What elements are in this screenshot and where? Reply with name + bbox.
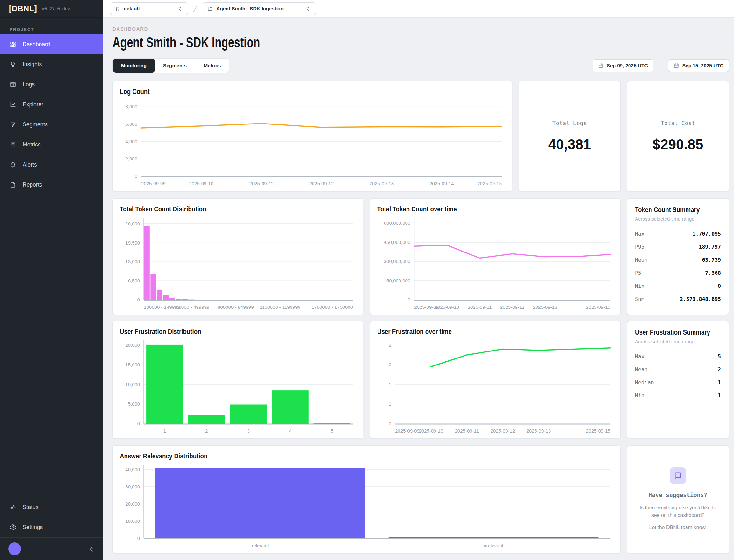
- summary-row-value: 7,368: [705, 270, 721, 276]
- svg-text:20,000: 20,000: [125, 501, 140, 506]
- end-date-picker[interactable]: Sep 15, 2025 UTC: [668, 59, 729, 72]
- summary-title: User Frustration Summary: [635, 328, 708, 337]
- svg-text:450000 - 499999: 450000 - 499999: [173, 304, 209, 310]
- row-answer-relevancy: Answer Relevancy Distribution 010,00020,…: [112, 445, 729, 553]
- svg-text:2025-09-12: 2025-09-12: [490, 428, 515, 434]
- dashboard-content: DASHBOARD Agent Smith - SDK Ingestion Mo…: [103, 18, 734, 560]
- sidebar-footer-nav: StatusSettings: [0, 497, 103, 537]
- gear-icon: [10, 524, 16, 531]
- sidebar-item-explorer[interactable]: Explorer: [0, 95, 103, 115]
- token-over-time-chart[interactable]: 0150,000,000300,000,000450,000,000600,00…: [377, 215, 614, 311]
- svg-text:10,000: 10,000: [125, 381, 140, 387]
- token-distribution-chart[interactable]: 06,50013,00019,50026,000100000 - 1499994…: [120, 215, 356, 311]
- tab-segments[interactable]: Segments: [155, 59, 195, 73]
- summary-subtitle: Across selected time range: [635, 216, 721, 222]
- dbnl-logo: [DBNL]: [9, 4, 37, 13]
- summary-row-label: Median: [635, 379, 654, 386]
- suggestion-line2: Let the DBNL team know.: [649, 524, 707, 531]
- lightbulb-icon: [10, 61, 16, 68]
- stat-label: Total Cost: [661, 120, 695, 126]
- bell-icon: [10, 161, 16, 168]
- date-range-separator: —: [658, 62, 664, 69]
- sidebar-nav: DashboardInsightsLogsExplorerSegmentsMet…: [0, 34, 103, 195]
- sidebar-item-label: Alerts: [23, 161, 37, 168]
- topbar: default Agent Smith - SDK Ingestion: [103, 0, 734, 18]
- chart-title: Total Token Count over time: [377, 205, 578, 213]
- svg-text:20,000: 20,000: [125, 342, 140, 348]
- view-tabs: MonitoringSegmentsMetrics: [112, 58, 229, 73]
- app-root: [DBNL] v0.27.0-dev PROJECT DashboardInsi…: [0, 0, 734, 560]
- chevrons-up-down-icon: [305, 6, 311, 11]
- frustration-distribution-chart[interactable]: 05,00010,00015,00020,00012345: [120, 337, 356, 435]
- svg-text:3: 3: [247, 428, 249, 434]
- start-date-picker[interactable]: Sep 09, 2025 UTC: [593, 59, 653, 72]
- sidebar-item-label: Metrics: [23, 141, 40, 148]
- svg-text:2025-09-10: 2025-09-10: [189, 181, 213, 186]
- frustration-over-time-chart[interactable]: 011222025-09-092025-09-102025-09-112025-…: [377, 337, 614, 435]
- sidebar-item-logs[interactable]: Logs: [0, 74, 103, 95]
- log-count-card: Log Count 02,0004,0006,0008,0002025-09-0…: [112, 81, 512, 191]
- tab-monitoring[interactable]: Monitoring: [113, 59, 155, 73]
- svg-text:2025-09-11: 2025-09-11: [467, 304, 492, 310]
- summary-row-label: Max: [635, 353, 645, 359]
- sidebar-item-insights[interactable]: Insights: [0, 54, 103, 74]
- summary-title: Token Count Summary: [635, 206, 708, 214]
- summary-row-value: 63,739: [702, 257, 721, 263]
- svg-text:1: 1: [389, 381, 391, 387]
- relevancy-distribution-chart[interactable]: 010,00020,00030,00040,000relevantirrelev…: [120, 462, 613, 550]
- tab-metrics[interactable]: Metrics: [195, 59, 229, 73]
- svg-text:1700000 - 1750000: 1700000 - 1750000: [311, 304, 353, 310]
- svg-text:19,500: 19,500: [125, 240, 140, 245]
- svg-text:6,500: 6,500: [128, 278, 140, 283]
- chart-line-icon: [10, 101, 16, 108]
- svg-text:2: 2: [389, 342, 391, 348]
- project-select[interactable]: Agent Smith - SDK Ingestion: [203, 2, 316, 15]
- sidebar-section-label: PROJECT: [10, 27, 103, 32]
- svg-text:2025-09-12: 2025-09-12: [500, 304, 524, 310]
- svg-text:2: 2: [389, 362, 391, 367]
- total-cost-card: Total Cost $290.85: [627, 81, 729, 191]
- sidebar-item-alerts[interactable]: Alerts: [0, 155, 103, 175]
- suggestion-line1: Is there anything else you’d like to see…: [637, 504, 719, 519]
- svg-text:2025-09-09: 2025-09-09: [395, 428, 420, 434]
- breadcrumb-slash-divider: [191, 4, 199, 14]
- sidebar-item-metrics[interactable]: Metrics: [0, 135, 103, 155]
- svg-text:0: 0: [137, 297, 140, 302]
- svg-text:0: 0: [137, 421, 140, 426]
- frustration-distribution-card: User Frustration Distribution 05,00010,0…: [112, 321, 363, 439]
- sidebar-item-reports[interactable]: Reports: [0, 175, 103, 195]
- summary-row: Min1: [635, 393, 721, 399]
- sidebar-item-label: Insights: [23, 61, 42, 68]
- svg-text:10,000: 10,000: [125, 518, 140, 524]
- log-count-chart[interactable]: 02,0004,0006,0008,0002025-09-092025-09-1…: [120, 97, 505, 188]
- avatar[interactable]: [8, 542, 21, 555]
- svg-text:1: 1: [163, 428, 166, 434]
- namespace-select[interactable]: default: [110, 2, 188, 15]
- sidebar-item-settings[interactable]: Settings: [0, 517, 103, 537]
- sidebar-item-status[interactable]: Status: [0, 497, 103, 517]
- calculator-icon: [10, 141, 16, 148]
- frustration-over-time-card: User Frustration over time 011222025-09-…: [370, 321, 621, 439]
- controls-row: MonitoringSegmentsMetrics Sep 09, 2025 U…: [112, 58, 729, 73]
- user-menu[interactable]: [0, 537, 103, 560]
- sidebar-item-segments[interactable]: Segments: [0, 115, 103, 135]
- stat-label: Total Logs: [552, 120, 587, 126]
- main-area: default Agent Smith - SDK Ingestion DASH…: [103, 0, 734, 560]
- summary-row: Median1: [635, 379, 721, 386]
- start-date-value: Sep 09, 2025 UTC: [607, 63, 648, 68]
- summary-row-label: Min: [635, 283, 645, 289]
- summary-subtitle: Across selected time range: [635, 339, 721, 344]
- row-token-count: Total Token Count Distribution 06,50013,…: [112, 198, 729, 315]
- sidebar-item-dashboard[interactable]: Dashboard: [0, 34, 103, 54]
- summary-row-value: 189,797: [699, 244, 721, 250]
- sidebar-item-label: Status: [23, 504, 39, 511]
- sidebar-item-label: Explorer: [23, 101, 43, 108]
- table-icon: [10, 81, 16, 88]
- svg-text:800000 - 849999: 800000 - 849999: [217, 304, 253, 310]
- svg-text:30,000: 30,000: [125, 484, 140, 489]
- summary-row-value: 1: [718, 393, 721, 399]
- svg-text:2025-09-15: 2025-09-15: [586, 428, 610, 434]
- svg-text:4: 4: [289, 428, 291, 434]
- svg-text:relevant: relevant: [252, 543, 269, 548]
- stat-value: $290.85: [652, 137, 703, 152]
